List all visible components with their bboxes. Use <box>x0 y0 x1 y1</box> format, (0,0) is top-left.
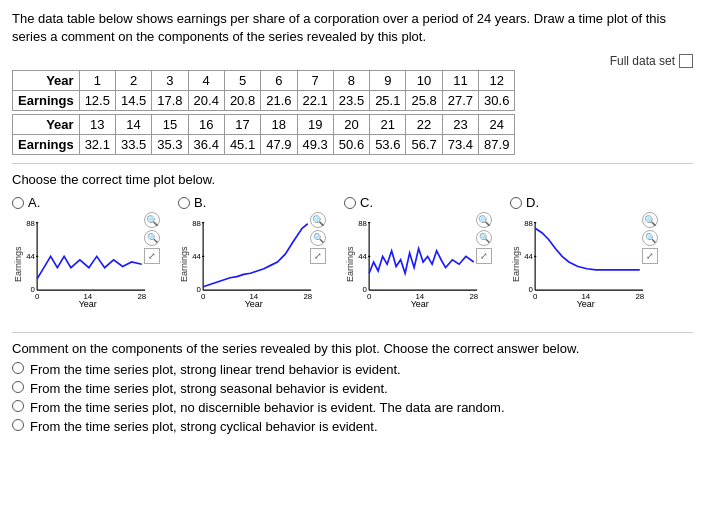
zoom-in-a[interactable]: 🔍 <box>144 212 160 228</box>
answer-a-radio[interactable] <box>12 362 24 374</box>
answer-b-text: From the time series plot, strong season… <box>30 381 388 396</box>
year-22: 22 <box>406 115 442 135</box>
chart-d-svg: 88 44 0 0 14 28 Year <box>521 217 646 307</box>
answer-option-c: From the time series plot, no discernibl… <box>12 400 693 415</box>
svg-text:44: 44 <box>358 252 367 261</box>
earn-23: 73.4 <box>442 135 478 155</box>
plots-container: A. 🔍 🔍 ⤢ Earnings 88 44 0 <box>12 195 693 322</box>
earn-22: 56.7 <box>406 135 442 155</box>
svg-text:Year: Year <box>79 299 97 307</box>
plot-a-label: A. <box>28 195 40 210</box>
zoom-out-c[interactable]: 🔍 <box>476 230 492 246</box>
zoom-out-d[interactable]: 🔍 <box>642 230 658 246</box>
year-18: 18 <box>261 115 297 135</box>
table-2: Year 13 14 15 16 17 18 19 20 21 22 23 24… <box>12 114 515 155</box>
svg-text:44: 44 <box>192 252 201 261</box>
plot-option-c: C. 🔍 🔍 ⤢ Earnings 88 44 0 0 14 <box>344 195 504 322</box>
earn-12: 30.6 <box>479 91 515 111</box>
chart-d-controls: 🔍 🔍 ⤢ <box>642 212 658 264</box>
svg-text:Year: Year <box>577 299 595 307</box>
zoom-in-d[interactable]: 🔍 <box>642 212 658 228</box>
zoom-out-a[interactable]: 🔍 <box>144 230 160 246</box>
earn-6: 21.6 <box>261 91 297 111</box>
year-17: 17 <box>224 115 260 135</box>
earnings-label-2: Earnings <box>13 135 80 155</box>
earn-13: 32.1 <box>79 135 115 155</box>
earnings-label-1: Earnings <box>13 91 80 111</box>
plot-c-label: C. <box>360 195 373 210</box>
plot-option-b: B. 🔍 🔍 ⤢ Earnings 88 44 0 0 14 <box>178 195 338 322</box>
plot-b-label: B. <box>194 195 206 210</box>
full-dataset-text: Full data set <box>610 54 675 68</box>
earn-21: 53.6 <box>370 135 406 155</box>
data-tables: Year 1 2 3 4 5 6 7 8 9 10 11 12 Earnings… <box>12 70 693 155</box>
chart-c-controls: 🔍 🔍 ⤢ <box>476 212 492 264</box>
year-9: 9 <box>370 71 406 91</box>
chart-a-wrapper: 🔍 🔍 ⤢ Earnings 88 44 0 0 <box>12 212 160 322</box>
earn-15: 35.3 <box>152 135 188 155</box>
expand-b[interactable]: ⤢ <box>310 248 326 264</box>
year-3: 3 <box>152 71 188 91</box>
chart-d-wrapper: 🔍 🔍 ⤢ Earnings 88 44 0 0 14 28 Year <box>510 212 658 322</box>
earn-8: 23.5 <box>333 91 369 111</box>
plot-a-radio[interactable] <box>12 197 24 209</box>
svg-text:0: 0 <box>533 293 538 302</box>
svg-text:28: 28 <box>635 293 644 302</box>
svg-text:44: 44 <box>26 252 35 261</box>
expand-d[interactable]: ⤢ <box>642 248 658 264</box>
chart-b-wrapper: 🔍 🔍 ⤢ Earnings 88 44 0 0 14 28 Year <box>178 212 326 322</box>
year-6: 6 <box>261 71 297 91</box>
year-10: 10 <box>406 71 442 91</box>
year-14: 14 <box>115 115 151 135</box>
plot-d-radio[interactable] <box>510 197 522 209</box>
year-19: 19 <box>297 115 333 135</box>
expand-a[interactable]: ⤢ <box>144 248 160 264</box>
year-7: 7 <box>297 71 333 91</box>
dataset-icon[interactable] <box>679 54 693 68</box>
comment-prompt: Comment on the components of the series … <box>12 341 693 356</box>
year-11: 11 <box>442 71 478 91</box>
earn-4: 20.4 <box>188 91 224 111</box>
earn-24: 87.9 <box>479 135 515 155</box>
year-16: 16 <box>188 115 224 135</box>
year-13: 13 <box>79 115 115 135</box>
answer-option-d: From the time series plot, strong cyclic… <box>12 419 693 434</box>
year-4: 4 <box>188 71 224 91</box>
answer-d-radio[interactable] <box>12 419 24 431</box>
expand-c[interactable]: ⤢ <box>476 248 492 264</box>
intro-text: The data table below shows earnings per … <box>12 10 693 46</box>
plot-c-radio[interactable] <box>344 197 356 209</box>
svg-text:88: 88 <box>524 219 533 228</box>
answer-b-radio[interactable] <box>12 381 24 393</box>
answer-d-text: From the time series plot, strong cyclic… <box>30 419 378 434</box>
zoom-in-c[interactable]: 🔍 <box>476 212 492 228</box>
earn-19: 49.3 <box>297 135 333 155</box>
answer-c-radio[interactable] <box>12 400 24 412</box>
answer-options: From the time series plot, strong linear… <box>12 362 693 434</box>
answer-option-b: From the time series plot, strong season… <box>12 381 693 396</box>
plot-b-radio[interactable] <box>178 197 190 209</box>
choose-text: Choose the correct time plot below. <box>12 172 693 187</box>
plot-d-label: D. <box>526 195 539 210</box>
full-dataset-label: Full data set <box>12 54 693 68</box>
earn-20: 50.6 <box>333 135 369 155</box>
svg-text:0: 0 <box>367 293 372 302</box>
y-axis-label-c: Earnings <box>344 217 355 312</box>
svg-text:28: 28 <box>137 293 146 302</box>
svg-text:44: 44 <box>524 252 533 261</box>
svg-text:Year: Year <box>411 299 429 307</box>
earn-1: 12.5 <box>79 91 115 111</box>
svg-text:Year: Year <box>245 299 263 307</box>
year-8: 8 <box>333 71 369 91</box>
svg-text:0: 0 <box>35 293 40 302</box>
chart-a-svg: 88 44 0 0 14 28 Year <box>23 217 148 307</box>
answer-option-a: From the time series plot, strong linear… <box>12 362 693 377</box>
svg-text:88: 88 <box>26 219 35 228</box>
zoom-out-b[interactable]: 🔍 <box>310 230 326 246</box>
zoom-in-b[interactable]: 🔍 <box>310 212 326 228</box>
svg-text:28: 28 <box>469 293 478 302</box>
svg-text:88: 88 <box>358 219 367 228</box>
chart-b-svg: 88 44 0 0 14 28 Year <box>189 217 314 307</box>
year-24: 24 <box>479 115 515 135</box>
divider-1 <box>12 163 693 164</box>
